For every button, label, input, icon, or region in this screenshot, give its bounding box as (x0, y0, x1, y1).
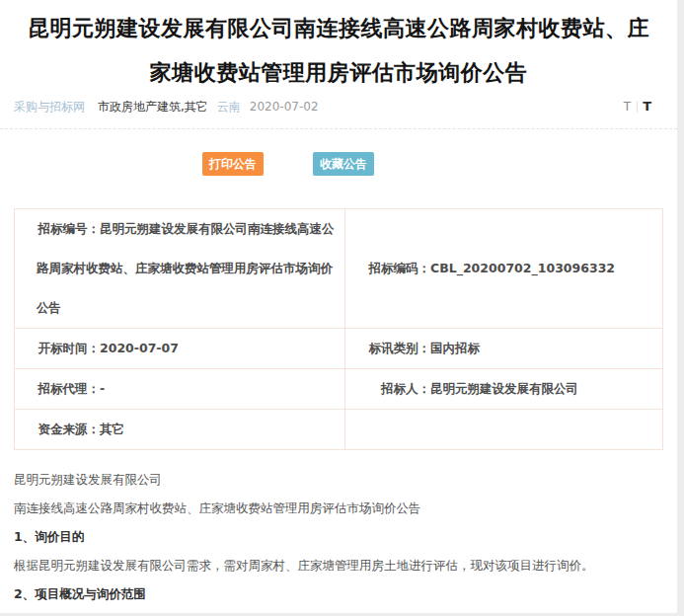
tender-number-cell: 招标编号：昆明元朔建设发展有限公司南连接线高速公路周家村收费站、庄家塘收费站管理… (15, 209, 345, 329)
cell-label: 招标人： (367, 369, 430, 409)
tender-code-cell: 招标编码：CBL_20200702_103096332 (345, 209, 663, 329)
company-name-line: 昆明元朔建设发展有限公司 (14, 465, 663, 494)
empty-cell (345, 410, 663, 450)
funding-source-cell: 资金来源：其它 (15, 410, 345, 450)
tenderee-cell: 招标人：昆明元朔建设发展有限公司 (345, 369, 663, 410)
section-heading-project-overview: 2、项目概况与询价范围 (14, 579, 663, 608)
cell-value: 国内招标 (430, 341, 480, 355)
publish-date: 2020-07-02 (250, 100, 319, 114)
project-content-text: 2.1项目内容：南连接线高速公路周家村管理用房土地（面积约5434.72平方米）… (14, 608, 663, 616)
meta-row: 采购与招标网市政房地产建筑,其它云南2020-07-02 TT (0, 98, 677, 116)
open-date-cell: 开标时间：2020-07-07 (15, 329, 345, 369)
table-row-tender-number: 招标编号：昆明元朔建设发展有限公司南连接线高速公路周家村收费站、庄家塘收费站管理… (15, 209, 663, 329)
cell-value: 昆明元朔建设发展有限公司 (430, 381, 578, 396)
toggle-divider (637, 102, 638, 113)
font-decrease-button[interactable]: T (624, 100, 631, 114)
tender-info-table: 招标编号：昆明元朔建设发展有限公司南连接线高速公路周家村收费站、庄家塘收费站管理… (14, 208, 663, 450)
cell-value: 其它 (100, 422, 124, 436)
region-link[interactable]: 云南 (217, 100, 241, 114)
section-heading-inquiry-purpose: 1、询价目的 (14, 522, 663, 551)
inquiry-purpose-text: 根据昆明元朔建设发展有限公司需求，需对周家村、庄家塘管理用房土地进行评估，现对该… (14, 551, 663, 579)
agency-cell: 招标代理：- (15, 369, 345, 410)
cell-label: 开标时间： (37, 329, 100, 368)
announcement-body: 昆明元朔建设发展有限公司 南连接线高速公路周家村收费站、庄家塘收费站管理用房评估… (0, 450, 677, 616)
font-size-toggle: TT (624, 98, 651, 116)
font-increase-button[interactable]: T (643, 99, 651, 114)
table-row-open-date: 开标时间：2020-07-07 标讯类别：国内招标 (15, 329, 663, 369)
table-row-funding: 资金来源：其它 (15, 410, 663, 450)
table-row-agency: 招标代理：- 招标人：昆明元朔建设发展有限公司 (15, 369, 663, 410)
print-announcement-button[interactable]: 打印公告 (202, 152, 264, 176)
cell-label: 标讯类别： (367, 329, 430, 368)
cell-label: 资金来源： (37, 410, 100, 449)
cell-value: 2020-07-07 (100, 341, 179, 355)
category-label: 市政房地产建筑,其它 (98, 100, 208, 114)
content-area: 昆明元朔建设发展有限公司南连接线高速公路周家村收费站、庄家塘收费站管理用房评估市… (0, 0, 677, 613)
dashed-separator (0, 128, 677, 129)
cell-label: 招标代理： (37, 369, 100, 409)
source-site-link[interactable]: 采购与招标网 (14, 100, 85, 114)
cell-value: - (100, 381, 105, 396)
notice-type-cell: 标讯类别：国内招标 (345, 329, 663, 369)
cell-label: 招标编码： (367, 249, 430, 288)
page-title: 昆明元朔建设发展有限公司南连接线高速公路周家村收费站、庄家塘收费站管理用房评估市… (17, 0, 660, 95)
favorite-announcement-button[interactable]: 收藏公告 (313, 152, 374, 176)
action-buttons-row: 打印公告 收藏公告 (0, 152, 677, 176)
announcement-page: 昆明元朔建设发展有限公司南连接线高速公路周家村收费站、庄家塘收费站管理用房评估市… (0, 0, 684, 616)
cell-label: 招标编号： (37, 209, 100, 249)
project-title-line: 南连接线高速公路周家村收费站、庄家塘收费站管理用房评估市场询价公告 (14, 494, 663, 522)
cell-value: CBL_20200702_103096332 (430, 261, 615, 275)
